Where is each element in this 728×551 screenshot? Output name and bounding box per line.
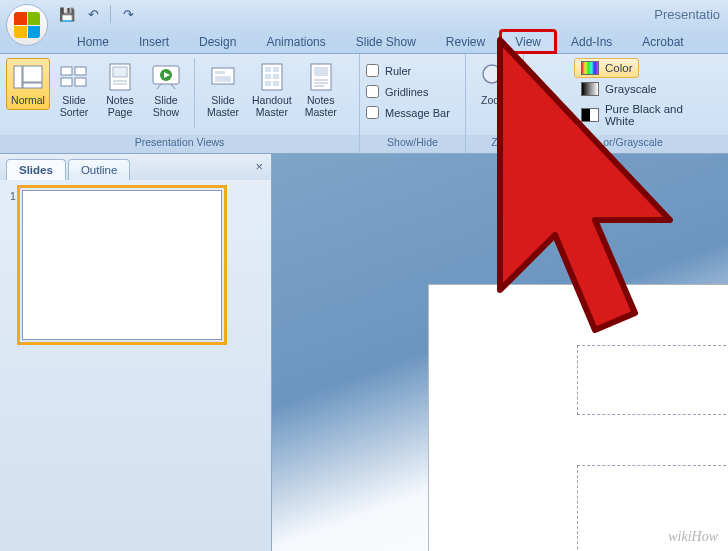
group-label-presentation-views: Presentation Views — [0, 135, 359, 153]
hidden-group — [524, 54, 568, 153]
gridlines-checkbox[interactable]: Gridlines — [366, 83, 428, 100]
slide-sorter-button[interactable]: Slide Sorter — [52, 58, 96, 121]
ruler-label: Ruler — [385, 65, 411, 77]
thumbnail-number: 1 — [10, 190, 16, 340]
normal-label: Normal — [11, 95, 45, 107]
svg-rect-24 — [265, 81, 271, 86]
slides-thumbnails: 1 — [0, 180, 271, 551]
slide-sorter-label: Slide Sorter — [60, 95, 89, 118]
tab-review[interactable]: Review — [431, 30, 500, 53]
notes-master-label: Notes Master — [305, 95, 337, 118]
tab-animations[interactable]: Animations — [251, 30, 340, 53]
group-presentation-views: Normal Slide Sorter Notes Page Slide Sho… — [0, 54, 360, 153]
slides-pane: Slides Outline × 1 — [0, 154, 272, 551]
group-separator — [194, 58, 195, 128]
workspace: Slides Outline × 1 — [0, 154, 728, 551]
svg-point-31 — [483, 65, 501, 83]
svg-rect-25 — [273, 81, 279, 86]
tab-home[interactable]: Home — [62, 30, 124, 53]
undo-button[interactable]: ↶ — [82, 3, 104, 25]
pure-bw-button[interactable]: Pure Black and White — [574, 100, 722, 130]
outline-tab[interactable]: Outline — [68, 159, 130, 180]
notes-page-label: Notes Page — [106, 95, 133, 118]
handout-master-label: Handout Master — [252, 95, 292, 118]
grayscale-button[interactable]: Grayscale — [574, 79, 664, 99]
redo-button[interactable]: ↷ — [117, 3, 139, 25]
tab-add-ins[interactable]: Add-Ins — [556, 30, 627, 53]
qat-separator — [110, 5, 111, 23]
svg-line-14 — [157, 84, 161, 89]
ruler-checkbox[interactable]: Ruler — [366, 62, 411, 79]
normal-icon — [12, 61, 44, 93]
notes-page-button[interactable]: Notes Page — [98, 58, 142, 121]
title-bar: 💾 ↶ ↷ Presentatio — [0, 0, 728, 28]
slide-editor[interactable] — [272, 154, 728, 551]
slide-show-button[interactable]: Slide Show — [144, 58, 188, 121]
pure-bw-label: Pure Black and White — [605, 103, 715, 127]
svg-rect-1 — [23, 66, 42, 82]
slide-thumbnail[interactable] — [22, 190, 222, 340]
group-zoom: Zoom Z — [466, 54, 524, 153]
svg-rect-21 — [273, 67, 279, 72]
slide-canvas[interactable] — [428, 284, 728, 551]
notes-page-icon — [104, 61, 136, 93]
zoom-label: Zoom — [481, 95, 508, 107]
svg-rect-18 — [215, 76, 231, 82]
color-label: Color — [605, 62, 632, 74]
quick-access-toolbar: 💾 ↶ ↷ — [56, 0, 139, 28]
slide-sorter-icon — [58, 61, 90, 93]
message-bar-checkbox[interactable]: Message Bar — [366, 104, 450, 121]
tab-insert[interactable]: Insert — [124, 30, 184, 53]
ribbon: Normal Slide Sorter Notes Page Slide Sho… — [0, 54, 728, 154]
tab-design[interactable]: Design — [184, 30, 251, 53]
color-swatch-icon — [581, 61, 599, 75]
slide-master-button[interactable]: Slide Master — [201, 58, 245, 121]
tab-acrobat[interactable]: Acrobat — [627, 30, 698, 53]
svg-rect-6 — [75, 78, 86, 86]
svg-rect-22 — [265, 74, 271, 79]
svg-rect-20 — [265, 67, 271, 72]
group-label-show-hide: Show/Hide — [360, 135, 465, 153]
slide-master-icon — [207, 61, 239, 93]
gridlines-label: Gridlines — [385, 86, 428, 98]
svg-line-32 — [499, 81, 507, 89]
svg-rect-3 — [61, 67, 72, 75]
grayscale-label: Grayscale — [605, 83, 657, 95]
svg-rect-27 — [314, 67, 328, 76]
slide-show-label: Slide Show — [153, 95, 179, 118]
svg-rect-17 — [215, 71, 225, 74]
handout-master-icon — [256, 61, 288, 93]
message-bar-label: Message Bar — [385, 107, 450, 119]
svg-rect-0 — [14, 66, 22, 88]
svg-rect-23 — [273, 74, 279, 79]
svg-rect-8 — [113, 67, 127, 77]
color-button[interactable]: Color — [574, 58, 639, 78]
pure-bw-swatch-icon — [581, 108, 599, 122]
tab-view[interactable]: View — [500, 30, 556, 53]
tab-slide-show[interactable]: Slide Show — [341, 30, 431, 53]
group-label-color-grayscale: or/Grayscale — [568, 135, 728, 153]
slides-tab[interactable]: Slides — [6, 159, 66, 180]
title-placeholder[interactable] — [577, 345, 728, 415]
pane-close-button[interactable]: × — [255, 159, 263, 174]
office-button[interactable] — [6, 4, 48, 46]
group-show-hide: Ruler Gridlines Message Bar Show/Hide — [360, 54, 466, 153]
pane-tabs: Slides Outline × — [0, 154, 271, 180]
notes-master-icon — [305, 61, 337, 93]
normal-button[interactable]: Normal — [6, 58, 50, 110]
group-color-grayscale: Color Grayscale Pure Black and White or/… — [568, 54, 728, 153]
slide-show-icon — [150, 61, 182, 93]
office-logo-icon — [14, 12, 40, 38]
ribbon-tabs: Home Insert Design Animations Slide Show… — [0, 28, 728, 54]
thumbnail-row[interactable]: 1 — [10, 190, 261, 340]
zoom-button[interactable]: Zoom — [473, 58, 517, 110]
svg-rect-5 — [61, 78, 72, 86]
save-button[interactable]: 💾 — [56, 3, 78, 25]
watermark: wikiHow — [668, 529, 718, 545]
grayscale-swatch-icon — [581, 82, 599, 96]
zoom-icon — [479, 61, 511, 93]
app-title: Presentatio — [654, 7, 720, 22]
handout-master-button[interactable]: Handout Master — [247, 58, 297, 121]
svg-line-15 — [171, 84, 175, 89]
notes-master-button[interactable]: Notes Master — [299, 58, 343, 121]
